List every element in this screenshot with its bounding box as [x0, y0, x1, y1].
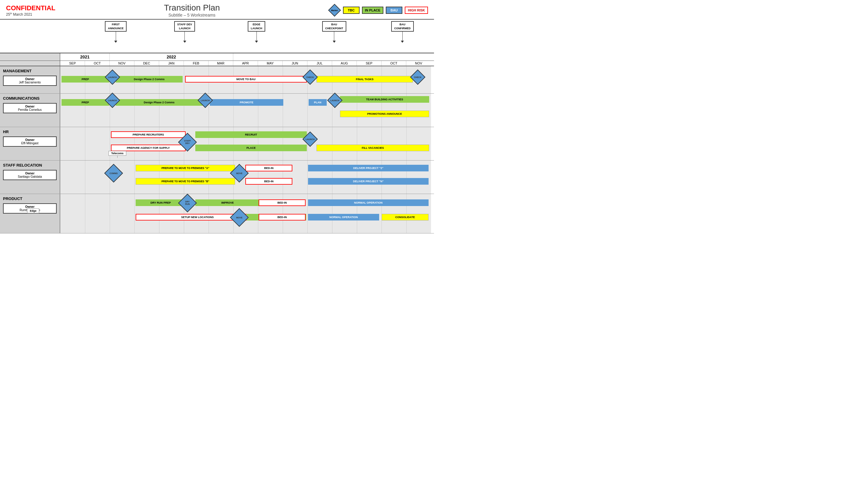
- month-jan: JAN: [159, 61, 184, 66]
- product-row: PRODUCT Owner Rumbi Effinago DRY RUN PRE…: [0, 194, 434, 233]
- year-header: 2021 2022: [0, 53, 434, 61]
- prod-bedin-bot-bar: BED-IN: [259, 214, 306, 221]
- mgmt-prep-bar: PREP: [61, 76, 109, 82]
- milestone-arrow: [114, 41, 117, 43]
- product-owner-label: Owner: [6, 205, 54, 208]
- milestone-line: [116, 32, 116, 41]
- milestone-edge: EDGELAUNCH: [248, 21, 265, 43]
- milestone-line4: [334, 32, 334, 41]
- prod-move-text: MOVE: [236, 216, 243, 219]
- sr-comms-text: COMMS: [110, 172, 118, 174]
- management-title: MANAGEMENT: [3, 69, 57, 73]
- mgmt-final-bar: FINAL TASKS: [316, 76, 413, 82]
- mgmt-check2-text: CHECK: [414, 76, 422, 78]
- sr-premisesb-bar: PREPARE TO MOVE TO PREMISES "B": [136, 178, 235, 185]
- main-container: CONFIDENTIAL 25th March 2021 Transition …: [0, 0, 434, 233]
- prod-dryrun-text: DRYRUN: [185, 201, 189, 206]
- legend-inplace: IN PLACE: [362, 7, 383, 14]
- header-left: CONFIDENTIAL 25th March 2021: [6, 4, 55, 17]
- month-may: MAY: [258, 61, 283, 66]
- legend-bau: BAU: [386, 7, 402, 14]
- month-aug: AUG: [332, 61, 357, 66]
- sr-deliver2-bar: DELIVER PROJECT "2": [308, 165, 429, 171]
- management-row: MANAGEMENT Owner Jeff Sacramento PREP: [0, 66, 434, 94]
- hr-recruit-bar: RECRUIT: [195, 131, 307, 138]
- month-oct2: OCT: [382, 61, 406, 66]
- prod-normal-top-bar: NORMAL OPERATION: [308, 200, 429, 206]
- month-oct: OCT: [85, 61, 110, 66]
- milestone-staff-dev: STAFF DEVLAUNCH: [174, 21, 195, 43]
- sr-move-text: MOVE: [236, 172, 243, 174]
- prod-improve-bar: IMPROVE: [195, 200, 260, 206]
- hr-fill-bar: FILL VACANCIES: [316, 145, 429, 151]
- comms-design-bar: Design Phase 2 Comms: [116, 99, 203, 106]
- legend: Marker TBC IN PLACE BAU HIGH RISK: [329, 4, 428, 16]
- month-nov2: NOV: [406, 61, 431, 66]
- milestone-line5: [402, 32, 403, 41]
- month-mar: MAR: [208, 61, 233, 66]
- sr-bars: COMMS PREPARE TO MOVE TO PREMISES "A" PR…: [60, 160, 431, 194]
- prod-normal-bot-bar: NORMAL OPERATION: [308, 214, 379, 221]
- comms-team-bar: TEAM BUILDING ACTIVITIES: [340, 96, 429, 103]
- hr-prep-agency-bar: PREPARE AGENCY FOR SUPPLY: [111, 145, 186, 151]
- product-bars: DRY RUN PREP DRYRUN IMPROVE MOVE BED-IN …: [60, 194, 431, 233]
- year-empty2: [233, 53, 431, 60]
- comms-info: COMMUNICATIONS Owner Pernilla Cornelius: [0, 94, 60, 127]
- year-2022: 2022: [110, 53, 233, 60]
- prod-bedin-top-bar: BED-IN: [259, 200, 306, 206]
- hr-staff-dev-text: STAFFDEV: [184, 140, 191, 145]
- prod-move-diamond: MOVE: [230, 208, 248, 227]
- management-info: MANAGEMENT Owner Jeff Sacramento: [0, 66, 60, 93]
- month-header: SEP OCT NOV DEC JAN FEB MAR APR MAY JUN …: [0, 61, 434, 66]
- page-subtitle: Subtitle – 5 Workstreams: [164, 13, 220, 17]
- month-apr: APR: [233, 61, 258, 66]
- sr-info: STAFF RELOCATION Owner Santiago Gatstata: [0, 160, 60, 194]
- mgmt-move-bau-bar: MOVE TO BAU: [185, 76, 307, 82]
- comms-owner-name: Pernilla Cornelius: [6, 108, 54, 111]
- product-title: PRODUCT: [3, 196, 57, 201]
- mgmt-check1-text: CHECK: [307, 76, 314, 78]
- staff-relocation-row: STAFF RELOCATION Owner Santiago Gatstata: [0, 160, 434, 194]
- legend-highrisk: HIGH RISK: [405, 7, 428, 14]
- comms-prep-bar: PREP: [61, 99, 109, 106]
- header: CONFIDENTIAL 25th March 2021 Transition …: [0, 0, 434, 20]
- milestone-arrow5: [401, 41, 404, 43]
- comms-launch3-diamond: LAUNCH: [327, 93, 343, 108]
- year-empty: [0, 53, 60, 60]
- comms-owner-label: Owner: [6, 105, 54, 108]
- milestone-edge-box: EDGELAUNCH: [248, 21, 265, 32]
- hr-title: HR: [3, 130, 57, 134]
- comms-bars: PREP LAUNCH Design Phase 2 Comms LAUNCH …: [60, 94, 431, 127]
- milestone-arrow2: [183, 41, 186, 43]
- sr-comms-diamond: COMMS: [104, 164, 123, 183]
- management-bars: PREP LAUNCH Design Phase 2 Comms MOVE TO…: [60, 66, 431, 93]
- hr-owner-name: Effi Mitingast: [6, 141, 54, 145]
- sr-delivern-bar: DELIVER PROJECT "N": [308, 178, 429, 185]
- month-feb: FEB: [184, 61, 208, 66]
- sr-bedin-a-bar: BED-IN: [245, 165, 292, 171]
- mgmt-launch-text: LAUNCH: [108, 76, 117, 78]
- month-dec: DEC: [134, 61, 159, 66]
- prod-dryrun-diamond: DRYRUN: [178, 194, 197, 212]
- milestone-first-announce: FIRSTANNOUNCE: [105, 21, 127, 43]
- sr-owner-name: Santiago Gatstata: [6, 175, 54, 178]
- sr-title: STAFF RELOCATION: [3, 163, 57, 168]
- product-info: PRODUCT Owner Rumbi Effinago: [0, 194, 60, 233]
- comms-launch1-text: LAUNCH: [108, 99, 117, 101]
- sr-owner-label: Owner: [6, 172, 54, 175]
- legend-marker-text: Marker: [331, 10, 338, 12]
- sr-bedin-b-bar: BED-IN: [245, 178, 292, 185]
- hr-owner-box: Owner Effi Mitingast: [3, 136, 57, 147]
- year-2021: 2021: [60, 53, 110, 60]
- telecoms-callout: Telecoms: [109, 151, 126, 156]
- comms-plan-bar: PLAN: [309, 99, 327, 106]
- page-title: Transition Plan: [164, 3, 220, 13]
- sr-owner-box: Owner Santiago Gatstata: [3, 170, 57, 180]
- edge-callout: Edge: [27, 208, 39, 213]
- milestones-area: FIRSTANNOUNCE STAFF DEVLAUNCH EDGELAUNCH…: [60, 20, 434, 53]
- milestone-bau-confirmed: BAUCONFIRMED: [391, 21, 414, 43]
- month-sep2: SEP: [357, 61, 382, 66]
- comms-launch3-text: LAUNCH: [330, 99, 339, 101]
- month-jul: JUL: [308, 61, 332, 66]
- management-owner-box: Owner Jeff Sacramento: [3, 76, 57, 86]
